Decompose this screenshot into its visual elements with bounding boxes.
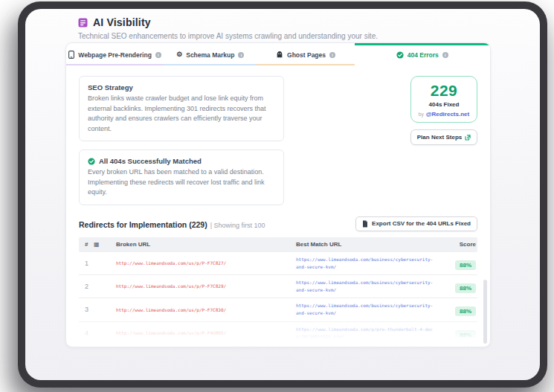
404s-fixed-label: 404s Fixed <box>414 101 474 108</box>
tab-label: Schema Markup <box>186 51 234 59</box>
404s-fixed-stat-card: 229 404s Fixed by @Redirects.net <box>410 76 477 123</box>
export-csv-label: Export CSV for the 404 URLs Fixed <box>372 220 471 227</box>
broken-url-link[interactable]: http://www.limeandsoda.com/us/p/P-F4U095… <box>116 330 296 337</box>
page-title: AI Visibility <box>93 16 151 28</box>
tab-content-404-errors: SEO Strategy Broken links waste crawler … <box>66 65 490 347</box>
check-circle-icon <box>88 158 95 165</box>
tab-label: 404 Errors <box>408 51 439 59</box>
row-number: 3 <box>79 306 94 313</box>
table-section-title: Redirects for Implementation (229)| Show… <box>79 217 265 231</box>
redirects-table: # ▦ Broken URL Best Match URL Score 1htt… <box>79 237 477 348</box>
broken-url-link[interactable]: http://www.limeandsoda.com/us/p/P-F7C827… <box>116 260 296 267</box>
column-header-broken-url: Broken URL <box>116 241 296 248</box>
check-circle-icon <box>396 51 404 59</box>
gear-icon: ⚙ <box>176 51 182 58</box>
info-icon[interactable]: i <box>442 52 448 58</box>
table-row[interactable]: 4http://www.limeandsoda.com/us/p/P-F4U09… <box>79 322 477 345</box>
column-header-number: # <box>79 241 94 248</box>
by-label: by <box>419 112 424 117</box>
404s-fixed-count: 229 <box>414 82 474 100</box>
ghost-icon <box>276 51 283 59</box>
export-csv-button[interactable]: Export CSV for the 404 URLs Fixed <box>355 216 477 231</box>
device-frame: AI Visibility Technical SEO enhancements… <box>18 1 547 388</box>
tab-schema-markup[interactable]: ⚙ Schema Markup i <box>164 43 257 65</box>
score-cell: 88% <box>434 257 477 270</box>
info-icon[interactable]: i <box>155 52 161 58</box>
redirects-net-link[interactable]: @Redirects.net <box>426 111 469 118</box>
score-badge: 88% <box>455 283 476 293</box>
score-cell: 88% <box>434 303 477 316</box>
page-header: AI Visibility Technical SEO enhancements… <box>78 16 378 40</box>
best-match-url-link[interactable]: https://www.limeandsoda.com/p/pro-thunde… <box>296 326 434 341</box>
row-number: 2 <box>79 283 94 290</box>
page-subtitle: Technical SEO enhancements to improve AI… <box>78 32 378 40</box>
score-cell: 88% <box>434 280 477 293</box>
tab-webpage-pre-rendering[interactable]: Webpage Pre-Rendering i <box>66 43 164 65</box>
row-number: 1 <box>79 260 94 267</box>
score-badge: 88% <box>455 260 476 270</box>
table-row[interactable]: 1http://www.limeandsoda.com/us/p/P-F7C82… <box>79 252 477 275</box>
tab-bar: Webpage Pre-Rendering i ⚙ Schema Markup … <box>66 43 490 65</box>
table-row[interactable]: 2http://www.limeandsoda.com/us/p/P-F7C82… <box>79 275 477 298</box>
external-link-icon <box>465 135 471 141</box>
score-badge: 88% <box>455 330 476 340</box>
table-row[interactable]: 3http://www.limeandsoda.com/us/p/P-F7C83… <box>79 298 477 321</box>
all-404s-matched-title: All 404s Successfully Matched <box>99 157 202 165</box>
best-match-url-link[interactable]: https://www.limeandsoda.com/business/cyb… <box>296 302 434 317</box>
seo-strategy-title: SEO Strategy <box>88 83 275 91</box>
tab-ghost-pages[interactable]: Ghost Pages i <box>257 43 354 65</box>
scrollbar[interactable] <box>483 280 487 344</box>
seo-strategy-body: Broken links waste crawler budget and lo… <box>88 94 275 134</box>
plan-next-steps-button[interactable]: Plan Next Steps <box>410 129 477 145</box>
row-number: 4 <box>79 330 94 337</box>
info-icon[interactable]: i <box>329 52 335 58</box>
broken-url-link[interactable]: http://www.limeandsoda.com/us/p/P-F7C829… <box>116 283 296 290</box>
score-cell: 88% <box>434 327 477 340</box>
all-404s-matched-body: Every broken URL has been matched to a v… <box>88 167 275 198</box>
seo-strategy-box: SEO Strategy Broken links waste crawler … <box>79 76 284 141</box>
showing-first-label: | Showing first 100 <box>210 222 265 229</box>
table-header-row: # ▦ Broken URL Best Match URL Score <box>79 237 477 252</box>
ai-visibility-panel: Webpage Pre-Rendering i ⚙ Schema Markup … <box>65 42 491 347</box>
broken-url-link[interactable]: http://www.limeandsoda.com/us/p/P-F7C830… <box>116 306 296 314</box>
score-badge: 88% <box>455 306 476 316</box>
app-window: AI Visibility Technical SEO enhancements… <box>25 9 540 380</box>
table-row[interactable]: 5http://www.limeandsoda.com/us/p/P-F4U09… <box>79 345 477 347</box>
mobile-icon <box>68 51 74 59</box>
best-match-url-link[interactable]: https://www.limeandsoda.com/business/cyb… <box>296 279 434 294</box>
column-header-score: Score <box>434 241 477 248</box>
file-icon <box>362 220 368 228</box>
all-404s-matched-box: All 404s Successfully Matched Every brok… <box>79 150 284 205</box>
tab-label: Webpage Pre-Rendering <box>78 51 152 59</box>
grid-icon: ▦ <box>94 241 116 248</box>
tab-label: Ghost Pages <box>287 51 326 59</box>
plan-next-steps-label: Plan Next Steps <box>417 134 462 141</box>
column-header-best-match-url: Best Match URL <box>296 241 434 248</box>
tab-404-errors[interactable]: 404 Errors i <box>355 43 490 65</box>
best-match-url-link[interactable]: https://www.limeandsoda.com/business/cyb… <box>296 256 434 271</box>
info-icon[interactable]: i <box>238 52 244 58</box>
ai-visibility-icon <box>78 18 88 28</box>
